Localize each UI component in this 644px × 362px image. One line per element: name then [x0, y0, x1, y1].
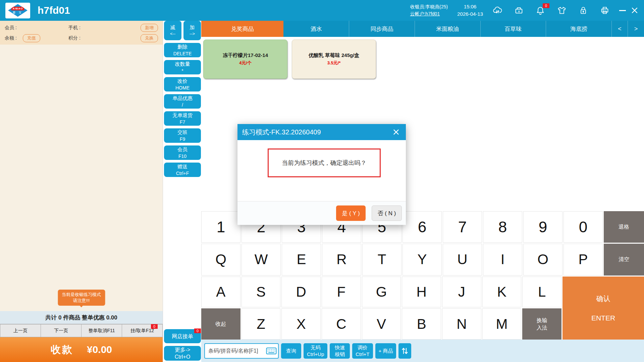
clock-time: 15:06 [457, 3, 483, 10]
action-button[interactable]: 单品优惠 / [164, 94, 201, 109]
keyboard-icon[interactable] [266, 347, 277, 355]
action-button[interactable]: 无单退货 F7 [164, 111, 201, 126]
key[interactable]: V [362, 308, 401, 340]
svg-text:¥: ¥ [518, 10, 520, 13]
tab-redeem-products[interactable]: 兑奖商品 [201, 21, 283, 37]
key[interactable]: U [443, 244, 482, 275]
key[interactable]: I [483, 244, 522, 275]
key[interactable]: 9 [523, 211, 562, 243]
key[interactable]: Y [402, 244, 442, 275]
key[interactable]: W [241, 244, 281, 275]
key[interactable]: T [362, 244, 401, 275]
collapse-keyboard-key[interactable]: 收起 [201, 308, 240, 340]
cashier-name: 收银员:李晓燕(25) [410, 3, 448, 10]
key[interactable]: F [322, 277, 361, 308]
recharge-button[interactable]: 充值 [23, 34, 40, 42]
enter-label: 确认 [596, 294, 610, 303]
action-label: 交班 [177, 129, 187, 136]
online-orders-button[interactable]: 网店接单 0 [164, 329, 201, 343]
enter-key[interactable]: 确认 ENTER [562, 277, 644, 340]
clear-key[interactable]: 清空 [604, 244, 644, 275]
key[interactable]: P [564, 244, 603, 275]
tooltip-line-1: 当前是收银练习模式 [62, 292, 101, 298]
cash-drawer-icon[interactable]: ¥ [513, 5, 525, 16]
confirm-yes-button[interactable]: 是 ( Y ) [336, 205, 366, 221]
key[interactable]: B [402, 308, 441, 340]
minimize-button[interactable] [616, 4, 629, 16]
key[interactable]: 0 [564, 211, 603, 243]
action-button[interactable]: 会员 F10 [164, 145, 201, 160]
key[interactable]: E [282, 244, 321, 275]
printer-icon[interactable] [599, 5, 610, 16]
increase-qty-button[interactable]: 加 --> [183, 21, 201, 40]
key[interactable]: J [442, 277, 481, 308]
action-label: 删除 [177, 44, 187, 50]
cloud-sync-icon[interactable] [492, 5, 503, 16]
checkout-button[interactable]: 收款 ¥0.00 [0, 337, 163, 362]
product-name: 优酸乳 草莓味 245g/盒 [309, 52, 360, 59]
hold-retrieve-order-button[interactable]: 挂/取单F12 0 [122, 324, 163, 337]
action-hotkey: * [181, 67, 183, 74]
tabs-next-arrow[interactable]: > [628, 21, 644, 37]
tab-synced-products[interactable]: 同步商品 [349, 21, 415, 37]
key[interactable]: 7 [443, 211, 482, 243]
tab-drinks[interactable]: 酒水 [283, 21, 349, 37]
tab-baicaowei[interactable]: 百草味 [481, 21, 546, 37]
dialog-close-button[interactable] [391, 127, 401, 137]
lock-icon[interactable] [578, 5, 589, 16]
alert-message: 当前为练习模式，确定退出吗？ [282, 159, 367, 167]
key[interactable]: H [402, 277, 441, 308]
close-button[interactable] [629, 4, 641, 16]
key[interactable]: C [322, 308, 361, 340]
product-card[interactable]: 冻干柠檬片17-02-14 4元/个 [203, 40, 287, 79]
cloud-account-link[interactable]: 云帐户:h7fd01 [410, 10, 448, 17]
key[interactable]: 6 [402, 211, 442, 243]
toolbar-button-hotkey: Ctrl+Up [307, 351, 324, 358]
action-button[interactable]: 改价 HOME [164, 77, 201, 92]
toolbar-button[interactable]: 无码 Ctrl+Up [304, 343, 327, 359]
action-button[interactable]: 改数量 * [164, 60, 201, 74]
key[interactable]: O [523, 244, 562, 275]
key[interactable]: A [201, 277, 240, 308]
toolbar-button[interactable]: + 商品 [375, 343, 396, 359]
next-page-button[interactable]: 下一页 [41, 324, 82, 337]
toolbar-button[interactable]: 查询 [281, 343, 301, 359]
product-price: 4元/个 [239, 60, 252, 66]
key[interactable]: N [442, 308, 481, 340]
key[interactable]: Q [201, 244, 240, 275]
key[interactable]: L [522, 277, 561, 308]
toolbar-button[interactable]: 快速 核销 [330, 343, 350, 359]
decrease-qty-button[interactable]: 减 <-- [164, 21, 181, 40]
key[interactable]: D [281, 277, 321, 308]
switch-ime-key[interactable]: 换输 入法 [522, 308, 561, 340]
clothing-icon[interactable] [556, 5, 568, 16]
cancel-order-button[interactable]: 整单取消F11 [82, 324, 122, 337]
key[interactable]: X [281, 308, 321, 340]
key[interactable]: M [482, 308, 522, 340]
prev-page-button[interactable]: 上一页 [0, 324, 41, 337]
tab-grains[interactable]: 米面粮油 [415, 21, 481, 37]
key[interactable]: Z [241, 308, 281, 340]
toolbar-button-label: 查询 [286, 348, 296, 354]
add-member-button[interactable]: 新增 [141, 24, 158, 32]
product-card[interactable]: 优酸乳 草莓味 245g/盒 3.5元/* [292, 40, 376, 79]
notifications-bell-icon[interactable]: 0 [535, 5, 546, 16]
toolbar-button[interactable]: 调价 Ctrl+T [352, 343, 373, 359]
action-hotkey: / [182, 102, 183, 108]
key[interactable]: K [482, 277, 522, 308]
more-button[interactable]: 更多-> Ctrl+O [164, 346, 201, 361]
action-button[interactable]: 赠送 Ctrl+F [164, 163, 201, 177]
key[interactable]: G [362, 277, 401, 308]
key[interactable]: 1 [201, 211, 240, 243]
tab-haidilao[interactable]: 海底捞 [546, 21, 612, 37]
tabs-prev-arrow[interactable]: < [612, 21, 628, 37]
key[interactable]: R [322, 244, 361, 275]
redeem-button[interactable]: 兑换 [141, 34, 158, 42]
confirm-no-button[interactable]: 否 ( N ) [372, 205, 402, 221]
sort-order-button[interactable] [398, 343, 411, 359]
key[interactable]: 8 [483, 211, 522, 243]
key[interactable]: S [241, 277, 281, 308]
action-button[interactable]: 删除 DELETE [164, 43, 201, 57]
action-button[interactable]: 交班 F9 [164, 128, 201, 143]
backspace-key[interactable]: 退格 [604, 211, 644, 243]
